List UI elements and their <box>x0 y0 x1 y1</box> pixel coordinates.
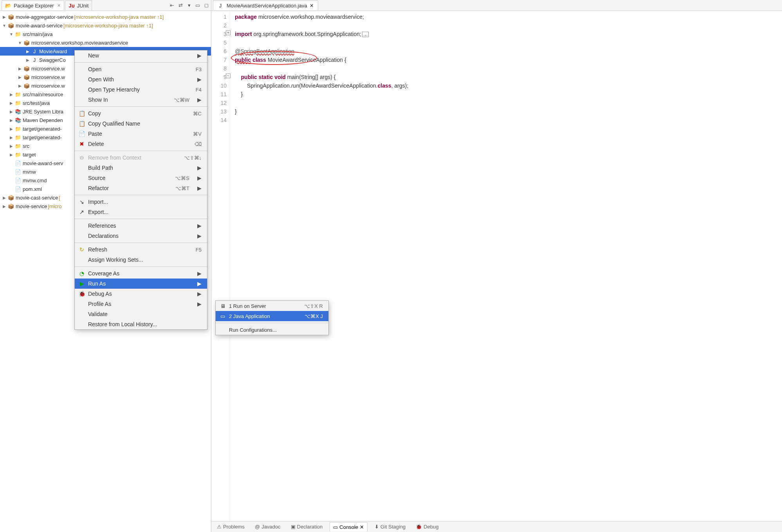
ctx-validate[interactable]: Validate <box>75 309 207 319</box>
ctx-import[interactable]: ↘Import... <box>75 197 207 207</box>
ctx-debug-as[interactable]: 🐞Debug As▶ <box>75 289 207 299</box>
maven-project-icon: 📦 <box>8 22 14 29</box>
debug-icon: 🐞 <box>416 524 422 530</box>
ctx-assign-working-sets[interactable]: Assign Working Sets... <box>75 255 207 265</box>
tab-problems[interactable]: ⚠Problems <box>214 522 248 531</box>
ctx-coverage-as[interactable]: ◔Coverage As▶ <box>75 268 207 279</box>
javadoc-icon: @ <box>255 524 260 530</box>
editor-tab-movieaward[interactable]: J MovieAwardServiceApplication.java ✕ <box>213 0 318 10</box>
maximize-icon[interactable]: ◻ <box>203 2 209 9</box>
ctx-copy-qualified[interactable]: 📋Copy Qualified Name <box>75 119 207 129</box>
package-movieawardservice[interactable]: ▼📦microservice.workshop.movieawardservic… <box>0 38 211 47</box>
library-icon: 📚 <box>15 108 21 115</box>
server-icon: 🖥 <box>220 303 226 309</box>
context-menu[interactable]: New▶ OpenF3 Open With▶ Open Type Hierarc… <box>74 50 207 330</box>
delete-icon: ✖ <box>79 141 85 147</box>
project-award[interactable]: ▼📦movie-award-service [microservice-work… <box>0 21 211 30</box>
file-icon: 📄 <box>15 177 21 183</box>
package-icon: 📦 <box>23 74 30 80</box>
package-icon: 📦 <box>23 40 30 46</box>
ctx-paste[interactable]: 📄Paste⌘V <box>75 129 207 139</box>
close-icon[interactable]: ✕ <box>57 3 61 8</box>
tab-declaration[interactable]: ▣Declaration <box>288 522 326 531</box>
run-as-submenu[interactable]: 🖥1 Run on Server⌥⇧X R ▭2 Java Applicatio… <box>215 300 329 335</box>
tab-junit[interactable]: Jᴜ JUnit <box>65 0 92 10</box>
declaration-icon: ▣ <box>291 524 296 530</box>
gutter: 123567891011121314 <box>211 11 230 521</box>
ctx-open-with[interactable]: Open With▶ <box>75 74 207 84</box>
java-file-icon: J <box>217 2 223 9</box>
file-icon: 📄 <box>15 160 21 166</box>
problems-icon: ⚠ <box>217 524 222 530</box>
folder-icon: 📁 <box>15 126 21 132</box>
view-menu-icon[interactable]: ▾ <box>186 2 192 9</box>
package-icon: 📦 <box>23 65 30 72</box>
editor-tab-label: MovieAwardServiceApplication.java <box>227 3 307 9</box>
maven-project-icon: 📦 <box>8 14 14 20</box>
tab-javadoc[interactable]: @Javadoc <box>252 522 284 531</box>
import-icon: ↘ <box>79 199 85 205</box>
submenu-run-config[interactable]: Run Configurations... <box>216 325 328 335</box>
submenu-java-app[interactable]: ▭2 Java Application⌥⌘X J <box>216 311 328 321</box>
link-editor-icon[interactable]: ⇄ <box>177 2 184 9</box>
ctx-remove-context: ⊖Remove from Context⌥⇧⌘↓ <box>75 153 207 163</box>
ctx-open-type-hierarchy[interactable]: Open Type HierarchyF4 <box>75 84 207 95</box>
ctx-restore-history[interactable]: Restore from Local History... <box>75 319 207 329</box>
ctx-refresh[interactable]: ↻RefreshF5 <box>75 244 207 255</box>
close-icon[interactable]: ✕ <box>310 3 314 9</box>
code-editor[interactable]: 123567891011121314 package microservice.… <box>211 11 782 521</box>
ctx-show-in[interactable]: Show In⌥⌘W▶ <box>75 95 207 105</box>
ctx-source[interactable]: Source⌥⌘S▶ <box>75 173 207 183</box>
close-icon[interactable]: ✕ <box>360 524 364 530</box>
export-icon: ↗ <box>79 209 85 215</box>
view-toolbar: ⇤ ⇄ ▾ ▭ ◻ <box>169 2 209 9</box>
maven-project-icon: 📦 <box>8 203 14 209</box>
copy-icon: 📋 <box>79 110 85 117</box>
console-icon: ▭ <box>333 524 338 530</box>
ctx-declarations[interactable]: Declarations▶ <box>75 231 207 241</box>
paste-icon: 📄 <box>79 131 85 137</box>
xml-file-icon: 📄 <box>15 186 21 192</box>
ctx-build-path[interactable]: Build Path▶ <box>75 163 207 173</box>
run-icon: ▶ <box>79 280 85 287</box>
java-file-icon: J <box>31 48 38 54</box>
source-folder-icon: 📁 <box>15 100 21 106</box>
tab-package-explorer[interactable]: 📂 Package Explorer ✕ <box>2 0 64 10</box>
java-app-icon: ▭ <box>220 313 226 319</box>
source-folder-icon: 📁 <box>15 91 21 97</box>
ctx-copy[interactable]: 📋Copy⌘C <box>75 108 207 119</box>
tab-git-staging[interactable]: ⬇Git Staging <box>371 522 409 531</box>
minimize-icon[interactable]: ▭ <box>195 2 201 9</box>
ctx-profile-as[interactable]: Profile As▶ <box>75 299 207 309</box>
source-folder-icon: 📁 <box>15 31 21 37</box>
bottom-view-tabs: ⚠Problems @Javadoc ▣Declaration ▭Console… <box>211 521 782 532</box>
debug-icon: 🐞 <box>79 291 85 297</box>
collapse-all-icon[interactable]: ⇤ <box>169 2 175 9</box>
ctx-open[interactable]: OpenF3 <box>75 64 207 74</box>
tab-label: Package Explorer <box>14 3 54 9</box>
folder-icon: 📁 <box>15 151 21 158</box>
junit-icon: Jᴜ <box>68 2 75 9</box>
editor-pane: J MovieAwardServiceApplication.java ✕ 12… <box>211 0 782 532</box>
tab-debug[interactable]: 🐞Debug <box>413 522 441 531</box>
code-area[interactable]: package microservice.workshop.movieaward… <box>230 11 413 521</box>
remove-icon: ⊖ <box>79 155 85 161</box>
package-explorer-icon: 📂 <box>5 2 11 9</box>
java-file-icon: J <box>31 57 38 63</box>
ctx-refactor[interactable]: Refactor⌥⌘T▶ <box>75 183 207 193</box>
ctx-references[interactable]: References▶ <box>75 221 207 231</box>
src-main-java[interactable]: ▼📁src/main/java <box>0 30 211 38</box>
project-aggregator[interactable]: ▶📦movie-aggregator-service [microservice… <box>0 13 211 21</box>
ctx-run-as[interactable]: ▶Run As▶ <box>75 279 207 289</box>
submenu-run-server[interactable]: 🖥1 Run on Server⌥⇧X R <box>216 301 328 311</box>
ctx-export[interactable]: ↗Export... <box>75 207 207 217</box>
editor-tabs: J MovieAwardServiceApplication.java ✕ <box>211 0 782 11</box>
copy-icon: 📋 <box>79 120 85 127</box>
tab-console[interactable]: ▭Console ✕ <box>330 522 368 532</box>
maven-project-icon: 📦 <box>8 194 14 201</box>
ctx-delete[interactable]: ✖Delete⌫ <box>75 139 207 149</box>
ctx-new[interactable]: New▶ <box>75 50 207 61</box>
git-icon: ⬇ <box>375 524 379 530</box>
folder-icon: 📁 <box>15 134 21 140</box>
library-icon: 📚 <box>15 117 21 123</box>
